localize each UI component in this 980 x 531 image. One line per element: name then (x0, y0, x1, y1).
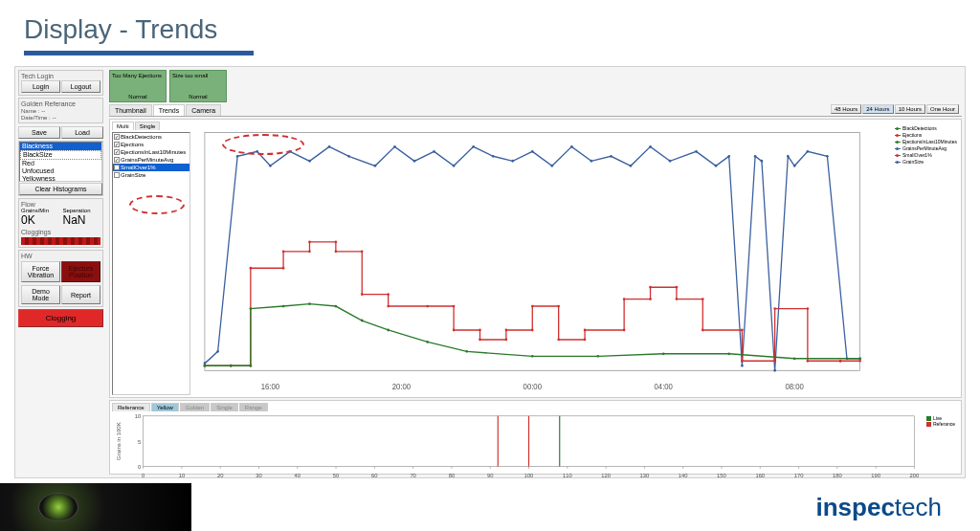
svg-point-5 (269, 165, 272, 167)
svg-text:20:00: 20:00 (392, 383, 412, 391)
tab-thumbnail[interactable]: Thumbnail (109, 104, 152, 116)
svg-point-62 (557, 305, 560, 308)
series-item[interactable]: ✓GrainsPerMinuteAvg (113, 156, 189, 164)
series-item[interactable]: ✓SmallOver1% (113, 164, 189, 171)
grains-min-value: 0K (21, 213, 59, 227)
page-title: Display - Trends (24, 14, 956, 45)
svg-point-66 (623, 329, 626, 332)
svg-point-20 (570, 145, 573, 148)
time-1h-button[interactable]: One Hour (926, 104, 959, 114)
svg-point-31 (761, 160, 764, 163)
histogram-item[interactable]: Yellowness (20, 175, 101, 182)
histogram-listbox[interactable]: BlacknessBlackSizeRedUnfocusedYellowness (19, 142, 102, 182)
force-vibration-button[interactable]: Force Vibration (21, 261, 60, 282)
svg-point-88 (308, 302, 311, 305)
svg-text:110: 110 (563, 473, 572, 478)
golden-name-value: -- (41, 108, 45, 114)
svg-point-8 (328, 145, 331, 148)
brand-logo: inspectech (815, 493, 942, 521)
svg-point-92 (426, 341, 429, 343)
histogram-item[interactable]: Red (20, 160, 101, 167)
svg-point-33 (787, 155, 790, 158)
svg-point-49 (361, 250, 364, 253)
series-item[interactable]: ✓Ejections (113, 141, 189, 148)
tab-trends[interactable]: Trends (153, 104, 186, 116)
svg-point-89 (335, 305, 338, 308)
reference-tab[interactable]: Range (239, 403, 268, 411)
report-button[interactable]: Report (61, 285, 100, 304)
svg-point-13 (433, 150, 435, 153)
svg-text:120: 120 (601, 473, 611, 478)
svg-point-79 (807, 360, 810, 363)
svg-text:140: 140 (679, 473, 688, 478)
svg-point-68 (649, 298, 652, 300)
histogram-item[interactable]: BlackSize (20, 150, 101, 160)
clear-histograms-button[interactable]: Clear Histograms (19, 183, 102, 195)
svg-point-70 (676, 286, 679, 289)
svg-point-98 (793, 357, 796, 360)
golden-name-label: Name : (21, 108, 39, 114)
clogging-button[interactable]: Clogging (18, 309, 103, 327)
histogram-item[interactable]: Unfocused (20, 167, 101, 175)
svg-point-95 (596, 355, 599, 358)
trend-chart: 16:0020:0000:0004:0008:00 BlackDetection… (192, 122, 959, 395)
login-panel: Tech Login Login Logout (18, 70, 103, 96)
svg-point-59 (505, 329, 508, 332)
series-item[interactable]: ✓EjectionsInLast10Minutes (113, 148, 189, 156)
svg-point-96 (662, 352, 665, 355)
reference-tab[interactable]: Golden (180, 403, 210, 411)
svg-text:16:00: 16:00 (261, 383, 280, 391)
svg-text:00:00: 00:00 (523, 383, 543, 391)
login-button[interactable]: Login (21, 80, 60, 93)
svg-text:30: 30 (256, 473, 262, 478)
time-24h-button[interactable]: 24 Hours (862, 104, 893, 114)
ejectors-position-button[interactable]: Ejectors Position (61, 261, 100, 282)
footer: inspectech (0, 483, 980, 531)
svg-point-26 (695, 150, 698, 153)
histogram-item[interactable]: Blackness (20, 143, 101, 150)
series-listbox[interactable]: ✓BlackDetections✓Ejections✓EjectionsInLa… (112, 132, 190, 395)
svg-point-24 (649, 145, 652, 148)
series-tab-multi[interactable]: Multi (112, 122, 134, 130)
reference-chart: 0102030405060708090100110120130140150160… (112, 411, 959, 480)
svg-point-75 (741, 360, 744, 363)
series-tab-single[interactable]: Single (135, 122, 161, 130)
histogram-panel: BlacknessBlackSizeRedUnfocusedYellowness… (18, 141, 103, 196)
reference-tab-row: ReferanceYellowGoldenSingleRange (112, 403, 959, 411)
svg-point-45 (308, 250, 311, 253)
reference-tab[interactable]: Yellow (151, 403, 179, 411)
demo-mode-button[interactable]: Demo Mode (21, 285, 60, 304)
svg-text:08:00: 08:00 (785, 383, 804, 391)
series-item[interactable]: GrainSize (113, 171, 189, 179)
svg-text:150: 150 (717, 473, 726, 478)
series-item[interactable]: ✓BlackDetections (113, 133, 189, 141)
time-10h-button[interactable]: 10 Hours (895, 104, 925, 114)
load-button[interactable]: Load (61, 126, 103, 139)
svg-point-91 (387, 329, 390, 332)
svg-text:Grains in 100K: Grains in 100K (116, 422, 122, 460)
cloggings-label: Cloggings (21, 229, 100, 235)
save-button[interactable]: Save (18, 126, 60, 139)
reference-tab[interactable]: Referance (112, 403, 150, 411)
svg-point-84 (230, 365, 233, 367)
svg-point-25 (669, 160, 672, 163)
svg-point-15 (472, 145, 475, 148)
svg-point-65 (584, 329, 587, 332)
cloggings-indicator (21, 237, 100, 245)
trend-legend: BlackDetectionsEjectionsEjectionsInLast1… (895, 125, 957, 166)
golden-panel-label: Golden Referance (21, 100, 100, 107)
svg-point-83 (204, 365, 207, 367)
tab-camera[interactable]: Camera (186, 104, 221, 116)
svg-point-51 (387, 293, 390, 296)
svg-point-76 (773, 360, 776, 363)
svg-text:20: 20 (217, 473, 224, 478)
svg-point-57 (479, 338, 481, 341)
svg-point-30 (754, 155, 757, 158)
svg-point-6 (289, 150, 292, 153)
svg-text:100: 100 (524, 473, 534, 478)
trend-chart-svg: 16:0020:0000:0004:0008:00 (192, 122, 959, 395)
time-48h-button[interactable]: 48 Hours (831, 104, 861, 114)
svg-point-52 (387, 305, 390, 308)
logout-button[interactable]: Logout (61, 80, 100, 93)
reference-tab[interactable]: Single (211, 403, 238, 411)
